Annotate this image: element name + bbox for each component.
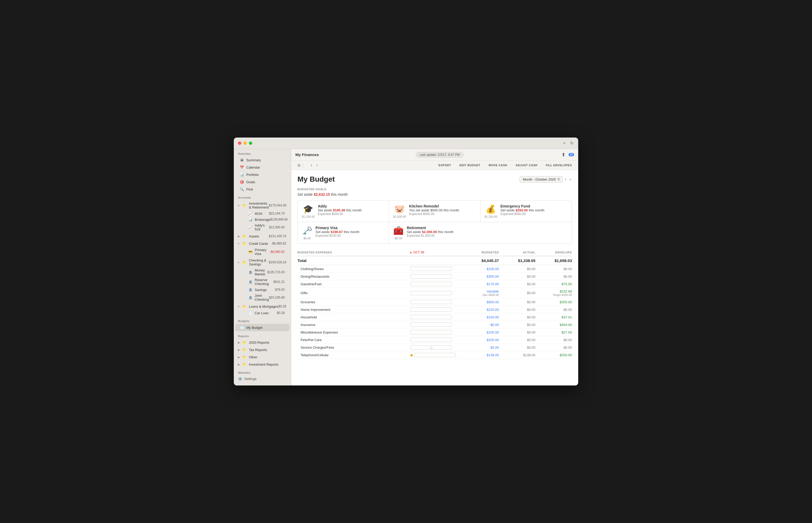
goal-card-kitchen[interactable]: 🐷 $1,500.00 Kitchen Remodel You set asid… [389, 200, 480, 222]
expense-row-misc[interactable]: Miscellaneous Expenses $100.00 $0.00 $27… [297, 328, 572, 336]
sidebar-item-goals[interactable]: 🎯 Goals [235, 179, 289, 185]
investment-reports-header[interactable]: ▶ 📁 Investment Reports [235, 361, 289, 368]
goal-name: Emergency Fund [500, 204, 544, 208]
sidebar-child-401k[interactable]: 📈 401K $23,194.70 [237, 211, 288, 216]
credit-cards-header[interactable]: ▾ 📁 Credit Cards -$6,980.62 [235, 240, 289, 247]
expense-envelope: $404.00 [535, 323, 572, 327]
back-button[interactable]: ‹ [309, 162, 314, 168]
goal-icon-wrap: 💰 $1,250.00 [484, 204, 497, 218]
expense-row-service-charges[interactable]: Service Charges/Fees ◇ $5.00 $0.00 $0.00 [297, 344, 572, 351]
chevron-right-icon: ▶ [238, 348, 241, 351]
sidebar-child-529[interactable]: 📈 Addy's 529 $12,000.00 [237, 222, 288, 232]
export-icon-button[interactable]: ⬆ [560, 151, 567, 159]
expense-row-telephone[interactable]: Telephone/Cellular ◆ $138.05 $138.05 $25… [297, 351, 572, 359]
expense-name: Gifts [297, 291, 410, 295]
expense-envelope: $232.68 Target $350.00 [535, 289, 572, 296]
goal-bottom-amount: $1,250.00 [302, 215, 315, 218]
expense-name: Telephone/Cellular [297, 353, 410, 357]
expense-envelope: $75.00 [535, 282, 572, 286]
fill-envelopes-button[interactable]: FILL ENVELOPES [544, 163, 574, 168]
goal-card-emergency[interactable]: 💰 $1,250.00 Emergency Fund Set aside $25… [480, 200, 572, 222]
sidebar-item-settings[interactable]: ⚙️ Settings [234, 375, 291, 382]
edit-budget-button[interactable]: EDIT BUDGET [457, 163, 482, 168]
goal-card-primary-visa[interactable]: 🗝️ $0.00 Primary Visa Set aside $196.67 … [298, 222, 389, 244]
budget-label: My Budget [246, 326, 262, 330]
topbar: My Finances Last update: 2/3/17, 9:07 PM… [291, 149, 578, 161]
account-icon: 🏦 [248, 295, 253, 300]
expense-name: Insurance [297, 323, 410, 327]
add-button[interactable]: + [562, 140, 566, 146]
folder-icon: 📁 [242, 355, 247, 359]
expenses-section: BUDGETED EXPENSES ▶ OCT 06 BUDGETED ACTU… [297, 249, 572, 359]
move-cash-button[interactable]: MOVE CASH [487, 163, 509, 168]
minimize-button[interactable] [243, 142, 247, 145]
group-label: Tax Reports [249, 348, 286, 352]
expense-row-clothing[interactable]: Clothing/Shoes $100.00 $0.00 $0.00 [297, 265, 572, 273]
sidebar-child-savings[interactable]: 🏦 Savings $76.03 [237, 287, 288, 292]
2020-reports-header[interactable]: ▶ 📁 2020 Reports [235, 339, 289, 346]
expense-actual: $0.00 [499, 315, 535, 319]
goal-card-addy[interactable]: 🎓 $1,250.00 Addy Set aside $185.48 this … [298, 200, 389, 222]
sidebar-child-car-loan[interactable]: 📄 Car Loan $0.28 [237, 310, 288, 316]
goal-card-retirement[interactable]: 🧰 $0.00 Retirement Set aside $2,000.00 t… [389, 222, 480, 244]
oct-date-label: OCT 06 [413, 251, 424, 254]
refresh-button[interactable]: ↻ [570, 140, 574, 146]
expense-bar: ◇ [410, 345, 452, 349]
sidebar-group-credit-cards: ▾ 📁 Credit Cards -$6,980.62 💳 Primary Vi… [235, 240, 289, 257]
expense-row-household[interactable]: Household $150.00 $0.00 $37.01 [297, 313, 572, 321]
loans-header[interactable]: ▾ 📁 Loans & Mortgages $0.28 [235, 303, 289, 310]
budgets-section-label: Budgets [234, 316, 291, 324]
toolbar: ⊟ ‹ › EXPORT EDIT BUDGET MOVE CASH ADJUS… [291, 161, 578, 170]
expense-row-insurance[interactable]: Insurance $0.00 $0.00 $404.00 [297, 321, 572, 328]
sidebar-item-portfolio[interactable]: 📊 Portfolio [235, 171, 289, 178]
reports-section-label: Reports [234, 331, 291, 339]
chevron-down-icon: ▾ [238, 242, 241, 245]
collapse-sidebar-button[interactable]: ⊟ [295, 163, 303, 168]
tax-reports-header[interactable]: ▶ 📁 Tax Reports [235, 346, 289, 353]
expense-row-home-improvement[interactable]: Home Improvement $220.00 $0.00 $0.00 [297, 306, 572, 313]
close-button[interactable] [238, 142, 241, 145]
expense-bar-cell [410, 274, 462, 278]
checking-savings-header[interactable]: ▾ 📁 Checking & Savings $159,528.16 [235, 257, 289, 267]
sidebar-child-reserve-checking[interactable]: 🏦 Reserve Checking $541.21 [237, 277, 288, 287]
export-button[interactable]: EXPORT [437, 163, 453, 168]
forward-button[interactable]: › [315, 162, 319, 168]
investments-header[interactable]: ▾ 📁 Investments & Retirement $175,044.30 [235, 200, 289, 210]
sidebar-item-find[interactable]: 🔍 Find [235, 186, 289, 193]
sidebar-item-summary[interactable]: 🏛 Summary [235, 157, 289, 163]
sidebar-item-my-budget[interactable]: ✉️ My Budget [235, 324, 289, 331]
sidebar-child-brokerage[interactable]: 📊 Brokerage $139,849.60 [237, 217, 288, 222]
expense-row-pets[interactable]: Pets/Pet Care $200.00 $0.00 $0.00 [297, 336, 572, 344]
expense-row-gifts[interactable]: Gifts Variable Dec $400.00 $0.00 $232.68… [297, 288, 572, 298]
child-amount: -$6,980.62 [270, 250, 285, 254]
sidebar-child-joint-checking[interactable]: 🏦 Joint Checking $23,195.89 [237, 293, 288, 302]
sidebar-group-investment-reports: ▶ 📁 Investment Reports [235, 361, 289, 368]
child-amount: $76.03 [275, 288, 285, 291]
expense-bar-cell: ◇ [410, 345, 462, 349]
sidebar-child-primary-visa[interactable]: 💳 Primary Visa -$6,980.62 [237, 247, 288, 256]
expense-budgeted: $100.00 [462, 267, 499, 271]
expense-bar-cell [410, 323, 462, 327]
maximize-button[interactable] [249, 142, 252, 145]
expense-name: Miscellaneous Expenses [297, 330, 410, 334]
sidebar-item-calendar[interactable]: 📅 Calendar [235, 164, 289, 171]
chevron-down-icon: ▾ [238, 305, 241, 308]
goal-bottom-amount: $0.00 [303, 237, 311, 240]
credit-card-icon: 💳 [248, 250, 253, 254]
expense-budgeted: $220.00 [462, 308, 499, 312]
adjust-cash-button[interactable]: ADJUST CASH [514, 163, 540, 168]
group-label: 2020 Reports [249, 341, 286, 344]
month-selector[interactable]: Month - October 2020 ⇅ [519, 176, 563, 183]
expense-row-dining[interactable]: Dining/Restaurants $350.00 $0.00 $0.00 [297, 273, 572, 280]
child-label: Car Loan [255, 311, 277, 315]
expense-row-gasoline[interactable]: Gasoline/Fuel $175.00 $0.00 $75.00 [297, 280, 572, 288]
sidebar-child-money-market[interactable]: 🏦 Money Market $135,715.03 [237, 268, 288, 277]
expense-row-groceries[interactable]: Groceries $900.00 $0.00 $355.00 [297, 298, 572, 306]
next-month-button[interactable]: › [569, 176, 572, 182]
goal-set-aside: Set aside $185.48 this month [318, 208, 362, 212]
expense-name: Gasoline/Fuel [297, 282, 410, 286]
assets-header[interactable]: ▶ 📁 Assets $131,435.74 [235, 233, 289, 239]
prev-month-button[interactable]: ‹ [564, 176, 567, 182]
other-reports-header[interactable]: ▶ 📁 Other [235, 354, 289, 360]
page-header: My Budget Month - October 2020 ⇅ ‹ › [297, 175, 572, 183]
